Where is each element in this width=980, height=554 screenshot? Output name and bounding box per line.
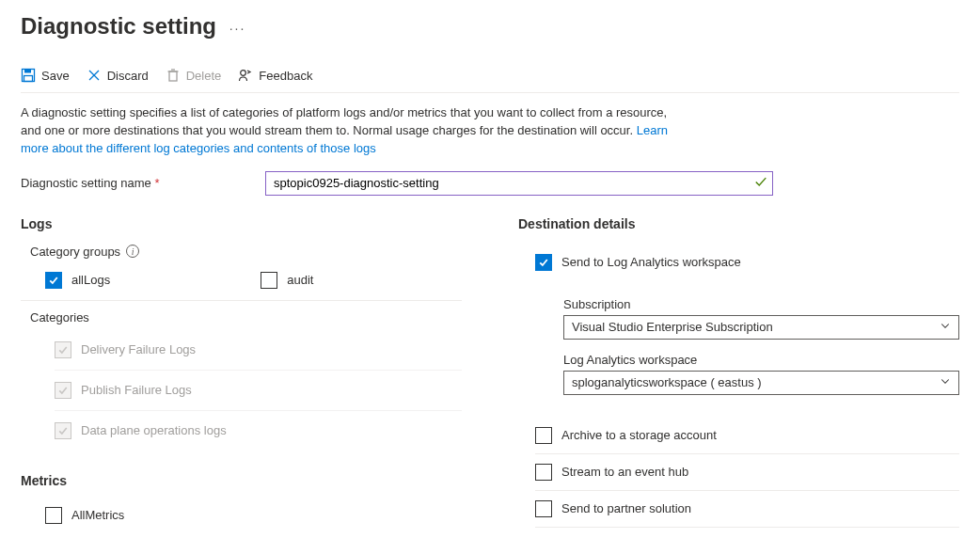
category-groups-row: allLogs audit	[21, 266, 462, 300]
checkbox-checked-icon	[45, 272, 62, 289]
delete-icon	[166, 68, 181, 83]
category-label: Publish Failure Logs	[81, 383, 192, 397]
dest-log-analytics: Send to Log Analytics workspace	[535, 245, 959, 280]
command-bar: Save Discard Delete Feedback	[21, 68, 959, 92]
intro-body: A diagnostic setting specifies a list of…	[21, 105, 667, 137]
log-analytics-checkbox[interactable]: Send to Log Analytics workspace	[535, 254, 741, 271]
name-field-row: Diagnostic setting name *	[21, 171, 959, 196]
save-icon	[21, 68, 36, 83]
page-title: Diagnostic setting	[21, 13, 216, 40]
allmetrics-checkbox[interactable]: AllMetrics	[45, 507, 124, 524]
feedback-label: Feedback	[259, 69, 312, 83]
category-item: Data plane operations logs	[55, 411, 462, 451]
toolbar-divider	[21, 92, 959, 93]
destination-column: Destination details Send to Log Analytic…	[518, 216, 959, 535]
svg-rect-2	[24, 76, 33, 82]
subscription-label: Subscription	[563, 297, 959, 311]
checkbox-unchecked-icon	[535, 500, 552, 517]
save-label: Save	[41, 69, 70, 83]
dest-label: Send to Log Analytics workspace	[561, 255, 741, 269]
logs-heading: Logs	[21, 216, 462, 231]
category-item: Delivery Failure Logs	[55, 330, 462, 371]
subscription-select[interactable]: Visual Studio Enterprise Subscription	[563, 315, 959, 340]
discard-icon	[87, 68, 102, 83]
delete-label: Delete	[186, 69, 222, 83]
alllogs-label: allLogs	[71, 273, 110, 287]
category-label: Delivery Failure Logs	[81, 342, 196, 356]
main-columns: Logs Category groups i allLogs audit Cat…	[21, 216, 959, 535]
chevron-down-icon	[940, 320, 951, 334]
name-input-wrap	[265, 171, 773, 196]
delete-button: Delete	[166, 68, 222, 83]
validation-check-icon	[754, 175, 767, 191]
delivery-failure-checkbox: Delivery Failure Logs	[55, 341, 196, 358]
alllogs-checkbox[interactable]: allLogs	[45, 272, 110, 289]
svg-rect-1	[24, 70, 31, 73]
allmetrics-label: AllMetrics	[71, 508, 124, 522]
dest-storage-account: Archive to a storage account	[535, 418, 959, 454]
metrics-section: Metrics AllMetrics	[21, 473, 462, 535]
storage-checkbox[interactable]: Archive to a storage account	[535, 427, 717, 444]
category-label: Data plane operations logs	[81, 423, 227, 437]
checkbox-unchecked-icon	[535, 427, 552, 444]
intro-text: A diagnostic setting specifies a list of…	[21, 104, 679, 158]
categories-list: Delivery Failure Logs Publish Failure Lo…	[21, 330, 462, 451]
category-groups-divider	[21, 300, 462, 301]
save-button[interactable]: Save	[21, 68, 70, 83]
page-header: Diagnostic setting ···	[21, 13, 959, 40]
discard-label: Discard	[107, 69, 149, 83]
metrics-heading: Metrics	[21, 473, 462, 488]
publish-failure-checkbox: Publish Failure Logs	[55, 382, 192, 399]
workspace-select[interactable]: sploganalyticsworkspace ( eastus )	[563, 371, 959, 395]
svg-point-8	[241, 71, 246, 76]
subscription-value: Visual Studio Enterprise Subscription	[572, 320, 773, 334]
category-groups-label: Category groups i	[21, 245, 462, 259]
more-actions-icon[interactable]: ···	[229, 21, 246, 36]
metrics-row: AllMetrics	[21, 501, 462, 535]
log-analytics-subpanel: Subscription Visual Studio Enterprise Su…	[535, 280, 959, 399]
audit-checkbox[interactable]: audit	[261, 272, 313, 289]
feedback-icon	[238, 68, 253, 83]
data-plane-checkbox: Data plane operations logs	[55, 422, 227, 439]
checkbox-disabled-icon	[55, 341, 71, 358]
dest-partner: Send to partner solution	[535, 491, 959, 528]
feedback-button[interactable]: Feedback	[238, 68, 312, 83]
diagnostic-name-input[interactable]	[265, 171, 773, 196]
eventhub-checkbox[interactable]: Stream to an event hub	[535, 464, 688, 481]
discard-button[interactable]: Discard	[87, 68, 149, 83]
workspace-value: sploganalyticsworkspace ( eastus )	[572, 375, 762, 389]
category-groups-text: Category groups	[30, 245, 120, 259]
checkbox-disabled-icon	[55, 422, 71, 439]
partner-checkbox[interactable]: Send to partner solution	[535, 500, 691, 517]
name-field-label: Diagnostic setting name *	[21, 176, 256, 190]
checkbox-unchecked-icon	[535, 464, 552, 481]
categories-label: Categories	[21, 310, 462, 324]
dest-label: Send to partner solution	[561, 501, 691, 515]
dest-label: Stream to an event hub	[561, 465, 688, 479]
category-item: Publish Failure Logs	[55, 371, 462, 411]
dest-label: Archive to a storage account	[561, 428, 717, 442]
checkbox-disabled-icon	[55, 382, 71, 399]
checkbox-unchecked-icon	[45, 507, 62, 524]
dest-event-hub: Stream to an event hub	[535, 454, 959, 491]
name-field-label-text: Diagnostic setting name	[21, 176, 151, 190]
checkbox-checked-icon	[535, 254, 552, 271]
checkbox-unchecked-icon	[261, 272, 277, 289]
svg-rect-5	[169, 71, 177, 81]
destination-list: Send to Log Analytics workspace Subscrip…	[518, 245, 959, 528]
audit-label: audit	[287, 273, 313, 287]
logs-column: Logs Category groups i allLogs audit Cat…	[21, 216, 462, 535]
destination-heading: Destination details	[518, 216, 959, 231]
workspace-label: Log Analytics workspace	[563, 353, 959, 367]
required-indicator: *	[154, 176, 159, 190]
info-icon[interactable]: i	[126, 245, 139, 258]
chevron-down-icon	[940, 375, 951, 389]
